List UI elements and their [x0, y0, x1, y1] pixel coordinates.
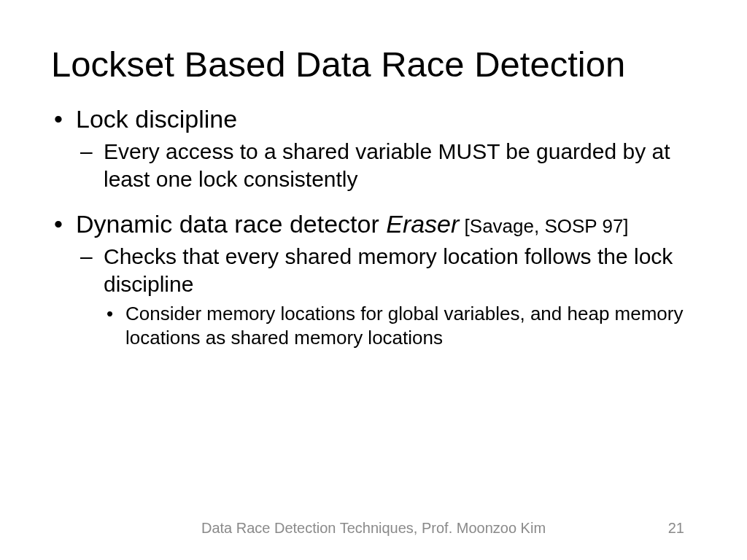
bullet-text: Checks that every shared memory location…	[104, 244, 673, 296]
page-number: 21	[668, 520, 684, 537]
sub-bullet-checks: Checks that every shared memory location…	[76, 243, 696, 349]
bullet-text: Every access to a shared variable MUST b…	[104, 139, 670, 191]
bullet-text-cite: [Savage, SOSP 97]	[459, 215, 628, 237]
bullet-text: Consider memory locations for global var…	[125, 303, 683, 349]
slide-title: Lockset Based Data Race Detection	[51, 44, 696, 85]
bullet-text: Lock discipline	[76, 105, 237, 133]
bullet-text-italic: Eraser	[386, 210, 459, 238]
sub-bullet-guarded: Every access to a shared variable MUST b…	[76, 138, 696, 192]
sub-sub-bullet-consider: Consider memory locations for global var…	[104, 302, 696, 349]
bullet-text-prefix: Dynamic data race detector	[76, 210, 386, 238]
bullet-lock-discipline: Lock discipline Every access to a shared…	[51, 105, 696, 192]
slide-body: Lock discipline Every access to a shared…	[51, 105, 696, 349]
footer-text: Data Race Detection Techniques, Prof. Mo…	[0, 520, 747, 537]
slide: Lockset Based Data Race Detection Lock d…	[0, 0, 747, 560]
bullet-eraser: Dynamic data race detector Eraser [Savag…	[51, 210, 696, 349]
